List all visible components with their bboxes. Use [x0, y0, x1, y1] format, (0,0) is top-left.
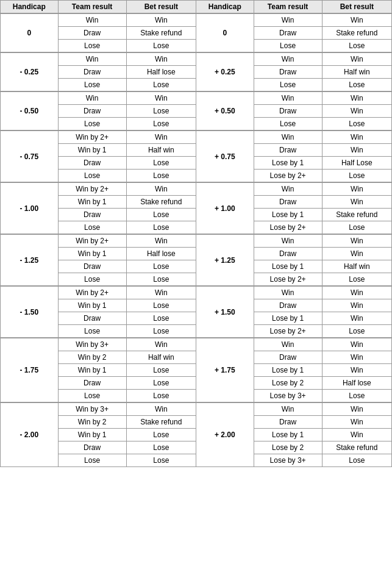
left-team-result: Lose [58, 390, 126, 403]
right-team-result: Draw [254, 416, 322, 429]
right-team-result: Draw [254, 299, 322, 312]
right-team-result: Win [254, 182, 322, 196]
right-team-result: Draw [254, 144, 322, 157]
right-bet-result: Half win [322, 260, 391, 273]
right-team-result: Lose by 1 [254, 209, 322, 221]
left-team-result: Lose [58, 221, 126, 235]
right-bet-result: Lose [322, 118, 391, 131]
left-bet-result: Lose [126, 325, 196, 338]
left-bet-result: Lose [126, 260, 196, 273]
right-bet-result: Win [322, 52, 391, 66]
left-team-result: Draw [58, 260, 126, 273]
left-team-result: Draw [58, 157, 126, 170]
right-bet-result: Win [322, 91, 391, 105]
right-bet-result: Win [322, 248, 391, 260]
col-header-right-bet: Bet result [322, 1, 391, 14]
left-team-result: Win by 2+ [58, 130, 126, 144]
right-bet-result: Lose [322, 40, 391, 53]
right-team-result: Lose by 2 [254, 441, 322, 454]
left-bet-result: Lose [126, 209, 196, 221]
right-team-result: Lose by 2+ [254, 273, 322, 287]
left-bet-result: Win [126, 286, 196, 299]
right-team-result: Draw [254, 27, 322, 40]
right-team-result: Lose by 1 [254, 157, 322, 170]
left-team-result: Lose [58, 273, 126, 287]
left-team-result: Draw [58, 377, 126, 390]
left-bet-result: Lose [126, 118, 196, 131]
right-team-result: Lose by 1 [254, 312, 322, 325]
right-team-result: Win [254, 91, 322, 105]
left-bet-result: Lose [126, 390, 196, 403]
left-bet-result: Win [126, 182, 196, 196]
left-team-result: Win by 1 [58, 429, 126, 441]
left-team-result: Win by 1 [58, 196, 126, 209]
right-bet-result: Stake refund [322, 209, 391, 221]
right-bet-result: Win [322, 130, 391, 144]
left-bet-result: Lose [126, 364, 196, 377]
right-handicap-cell: + 0.50 [196, 91, 254, 130]
col-header-left-bet: Bet result [126, 1, 196, 14]
left-bet-result: Lose [126, 312, 196, 325]
right-handicap-cell: + 1.25 [196, 234, 254, 286]
handicap-table: Handicap Team result Bet result Handicap… [0, 0, 392, 467]
left-handicap-cell: - 1.75 [1, 338, 59, 402]
right-team-result: Win [254, 130, 322, 144]
left-bet-result: Lose [126, 377, 196, 390]
right-bet-result: Lose [322, 390, 391, 403]
right-team-result: Lose by 1 [254, 429, 322, 441]
left-bet-result: Half win [126, 351, 196, 364]
left-handicap-cell: 0 [1, 13, 59, 52]
right-bet-result: Win [322, 429, 391, 441]
right-team-result: Win [254, 402, 322, 416]
right-bet-result: Lose [322, 325, 391, 338]
right-bet-result: Lose [322, 79, 391, 92]
right-team-result: Win [254, 286, 322, 299]
right-bet-result: Win [322, 286, 391, 299]
right-bet-result: Win [322, 196, 391, 209]
right-team-result: Win [254, 52, 322, 66]
left-handicap-cell: - 0.50 [1, 91, 59, 130]
right-bet-result: Win [322, 338, 391, 351]
left-team-result: Win by 1 [58, 144, 126, 157]
left-team-result: Lose [58, 40, 126, 53]
right-bet-result: Win [322, 299, 391, 312]
right-bet-result: Lose [322, 170, 391, 183]
left-bet-result: Lose [126, 441, 196, 454]
col-header-right-handicap: Handicap [196, 1, 254, 14]
right-team-result: Lose by 3+ [254, 454, 322, 467]
right-handicap-cell: + 1.00 [196, 182, 254, 234]
right-bet-result: Stake refund [322, 27, 391, 40]
left-team-result: Draw [58, 441, 126, 454]
right-bet-result: Win [322, 105, 391, 118]
left-team-result: Win [58, 13, 126, 27]
right-handicap-cell: + 1.75 [196, 338, 254, 402]
left-handicap-cell: - 1.50 [1, 286, 59, 338]
right-team-result: Lose by 2+ [254, 221, 322, 235]
left-bet-result: Win [126, 234, 196, 248]
left-team-result: Draw [58, 312, 126, 325]
right-handicap-cell: + 2.00 [196, 402, 254, 467]
left-bet-result: Lose [126, 299, 196, 312]
left-team-result: Lose [58, 325, 126, 338]
left-handicap-cell: - 0.25 [1, 52, 59, 91]
left-bet-result: Lose [126, 40, 196, 53]
right-bet-result: Lose [322, 221, 391, 235]
right-team-result: Lose by 1 [254, 260, 322, 273]
right-bet-result: Lose [322, 454, 391, 467]
right-bet-result: Lose [322, 273, 391, 287]
left-bet-result: Lose [126, 454, 196, 467]
left-team-result: Draw [58, 105, 126, 118]
col-header-left-team: Team result [58, 1, 126, 14]
left-team-result: Win by 2+ [58, 234, 126, 248]
right-team-result: Draw [254, 105, 322, 118]
col-header-right-team: Team result [254, 1, 322, 14]
left-bet-result: Lose [126, 170, 196, 183]
right-team-result: Draw [254, 66, 322, 79]
left-bet-result: Win [126, 402, 196, 416]
right-bet-result: Win [322, 144, 391, 157]
right-bet-result: Half win [322, 66, 391, 79]
right-team-result: Lose by 2+ [254, 170, 322, 183]
left-team-result: Lose [58, 79, 126, 92]
right-team-result: Lose [254, 79, 322, 92]
left-bet-result: Stake refund [126, 416, 196, 429]
